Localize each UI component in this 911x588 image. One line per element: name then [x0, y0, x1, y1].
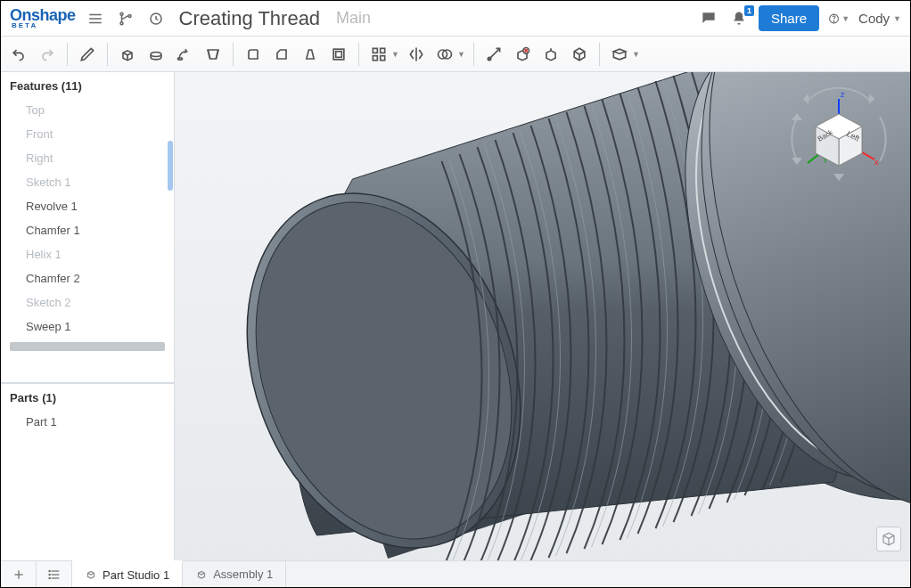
- feature-item[interactable]: Sketch 1: [1, 170, 174, 194]
- svg-point-8: [833, 20, 834, 21]
- import-button[interactable]: [567, 42, 592, 67]
- chevron-down-icon[interactable]: ▼: [391, 50, 400, 59]
- notif-badge: 1: [744, 5, 754, 16]
- mirror-button[interactable]: [404, 42, 429, 67]
- sketch-button[interactable]: [75, 42, 100, 67]
- plane-button[interactable]: [607, 42, 632, 67]
- svg-rect-12: [336, 51, 342, 57]
- svg-point-51: [49, 577, 50, 578]
- chevron-down-icon[interactable]: ▼: [457, 50, 466, 59]
- workspace-name[interactable]: Main: [336, 9, 371, 28]
- svg-marker-31: [803, 94, 808, 104]
- svg-point-3: [120, 12, 123, 15]
- feature-item[interactable]: Right: [1, 146, 174, 170]
- sweep-button[interactable]: [172, 42, 197, 67]
- tab-label: Assembly 1: [213, 568, 273, 581]
- delete-part-button[interactable]: [510, 42, 535, 67]
- part-studio-icon: [85, 568, 97, 581]
- svg-point-50: [49, 574, 50, 575]
- svg-rect-15: [373, 55, 377, 60]
- feature-item[interactable]: Front: [1, 122, 174, 146]
- notifications-icon[interactable]: 1: [728, 8, 750, 29]
- feature-item[interactable]: Top: [1, 98, 174, 122]
- feature-item[interactable]: Revolve 1: [1, 194, 174, 218]
- undo-button[interactable]: [6, 42, 31, 67]
- user-name: Cody: [858, 11, 890, 26]
- view-cube[interactable]: z x Y Left Back: [785, 81, 892, 188]
- share-button[interactable]: Share: [759, 5, 819, 31]
- menu-icon[interactable]: [85, 8, 106, 29]
- chevron-down-icon: ▼: [893, 14, 901, 23]
- svg-marker-32: [869, 94, 874, 104]
- document-tab[interactable]: Assembly 1: [183, 561, 286, 587]
- svg-point-4: [120, 21, 123, 24]
- features-header[interactable]: Features (11): [1, 72, 174, 98]
- boolean-button[interactable]: [432, 42, 457, 67]
- svg-rect-14: [381, 48, 385, 53]
- redo-button[interactable]: [35, 42, 60, 67]
- tab-label: Part Studio 1: [103, 568, 169, 582]
- feature-item[interactable]: Sketch 2: [1, 290, 174, 314]
- feature-list[interactable]: TopFrontRightSketch 1Revolve 1Chamfer 1H…: [1, 98, 174, 382]
- parts-list[interactable]: Part 1: [1, 410, 174, 434]
- svg-marker-34: [792, 158, 802, 165]
- comments-icon[interactable]: [698, 8, 719, 29]
- extrude-button[interactable]: [115, 42, 140, 67]
- feature-item[interactable]: Helix 1: [1, 242, 174, 266]
- app-header: Onshape BETA Creating Thread Main 1 Shar…: [1, 1, 910, 37]
- loft-button[interactable]: [201, 42, 226, 67]
- svg-marker-33: [792, 113, 802, 120]
- rollback-bar[interactable]: [10, 342, 165, 351]
- svg-point-9: [151, 52, 161, 56]
- branch-icon[interactable]: [115, 8, 136, 29]
- revolve-button[interactable]: [144, 42, 168, 67]
- shell-button[interactable]: [326, 42, 351, 67]
- main-area: Features (11) TopFrontRightSketch 1Revol…: [1, 72, 910, 560]
- svg-point-49: [49, 570, 50, 571]
- help-icon[interactable]: ▼: [828, 8, 849, 29]
- transform-button[interactable]: [481, 42, 506, 67]
- feature-tree-sidebar: Features (11) TopFrontRightSketch 1Revol…: [1, 72, 175, 560]
- feature-item[interactable]: Chamfer 2: [1, 266, 174, 290]
- feature-item[interactable]: Sweep 1: [1, 314, 174, 339]
- draft-button[interactable]: [298, 42, 323, 67]
- history-icon[interactable]: [145, 8, 167, 29]
- feature-toolbar: ▼ ▼ ▼: [1, 37, 910, 72]
- chevron-down-icon[interactable]: ▼: [632, 50, 641, 59]
- svg-marker-35: [833, 174, 844, 181]
- document-tab[interactable]: Part Studio 1: [72, 560, 183, 587]
- svg-rect-16: [381, 55, 385, 60]
- document-tab-bar: Part Studio 1Assembly 1: [1, 560, 910, 587]
- chevron-down-icon: ▼: [841, 14, 849, 23]
- view-cube-icon[interactable]: [876, 527, 901, 551]
- pattern-button[interactable]: [366, 42, 391, 67]
- part-item[interactable]: Part 1: [1, 410, 174, 434]
- svg-rect-13: [373, 48, 377, 53]
- parts-panel: Parts (1) Part 1: [1, 382, 174, 560]
- scroll-indicator: [168, 141, 173, 191]
- assembly-icon: [195, 568, 208, 581]
- onshape-logo[interactable]: Onshape BETA: [10, 7, 76, 29]
- tab-list-button[interactable]: [37, 561, 72, 587]
- fillet-button[interactable]: [241, 42, 266, 67]
- modify-button[interactable]: [538, 42, 563, 67]
- svg-text:x: x: [874, 158, 879, 167]
- user-menu[interactable]: Cody ▼: [858, 11, 901, 26]
- chamfer-button[interactable]: [269, 42, 294, 67]
- feature-item[interactable]: Chamfer 1: [1, 218, 174, 242]
- logo-beta: BETA: [12, 22, 37, 29]
- parts-header[interactable]: Parts (1): [1, 383, 174, 410]
- document-title[interactable]: Creating Thread: [179, 7, 321, 30]
- svg-text:z: z: [841, 90, 845, 99]
- add-tab-button[interactable]: [1, 561, 37, 587]
- model-canvas[interactable]: z x Y Left Back: [175, 72, 910, 560]
- svg-point-5: [128, 14, 131, 17]
